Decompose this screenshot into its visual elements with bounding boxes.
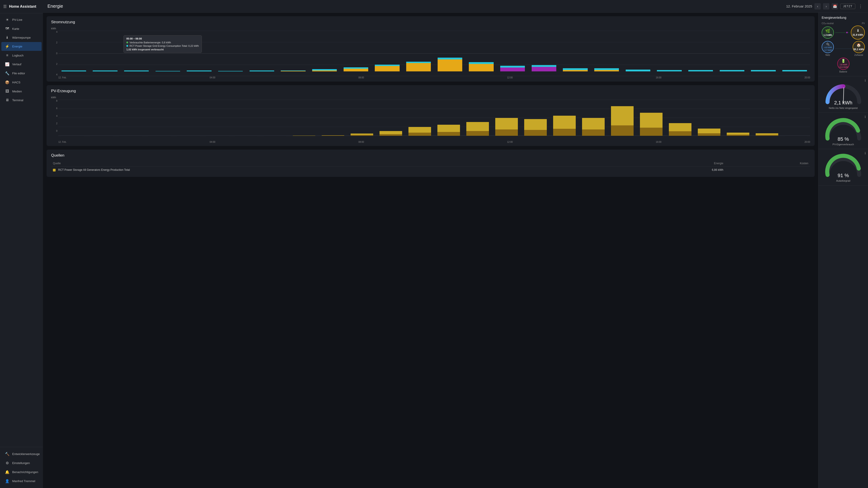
sidebar-item-medien[interactable]: 🖼 Medien [1, 87, 41, 96]
footer-label-3: Manfred Tremmel [12, 480, 35, 483]
jetzt-button[interactable]: JETZT [840, 4, 855, 9]
strom-teal-seg-0 [61, 70, 86, 71]
pv-label-top: PV [862, 22, 865, 25]
pv-light-seg-16 [524, 119, 547, 130]
netz-label: Netz [826, 54, 830, 56]
strom-orange-seg-13 [469, 64, 493, 71]
menu-icon[interactable]: ☰ [3, 4, 7, 9]
sidebar-item-verlauf[interactable]: 📈 Verlauf [1, 60, 41, 69]
main: Energie 12. Februar 2025 ‹ › 📅 JETZT ⋮ S… [43, 0, 868, 488]
footer-label-1: Einstellungen [12, 461, 30, 465]
pv-bar-group-6 [232, 100, 260, 136]
strom-bar-group-23 [779, 31, 810, 71]
sidebar-footer: 🔨 Entwicklerwerkzeuge⚙ Einstellungen🔔 Be… [0, 447, 43, 488]
eigenverbrauch-info-icon[interactable]: ℹ [865, 115, 866, 119]
footer-icon-2: 🔔 [5, 470, 9, 474]
pv-x-5: 20:00 [804, 141, 810, 143]
pv-bar-group-8 [290, 100, 318, 136]
pv-bar-group-11 [377, 100, 405, 136]
netz-node: 🔌 ↓4,8 kWh ↑2,7 kWh Netz [822, 41, 834, 56]
autarkiegrad-gauge-container: 91 % Autarkiegrad [822, 152, 865, 182]
strom-orange-seg-11 [406, 63, 431, 71]
sidebar-footer-item-3[interactable]: 👤 Manfred Tremmel [1, 477, 41, 486]
strom-teal-seg-13 [469, 62, 493, 64]
pv-light-seg-24 [756, 133, 778, 135]
sidebar-item-energie[interactable]: ⚡ Energie [1, 42, 41, 51]
sidebar-item-logbuch[interactable]: ≡ Logbuch [1, 51, 41, 60]
pv-light-seg-21 [669, 123, 692, 131]
pv-bar-group-17 [550, 100, 579, 136]
batterie-label: Batterie [839, 70, 847, 73]
sidebar-item-terminal[interactable]: 🖥 Terminal [1, 96, 41, 104]
source-color-1 [53, 169, 56, 171]
strom-x-1: 04:00 [210, 76, 215, 79]
pv-y-4: 4 [56, 115, 57, 117]
pv-empty-seg-5 [206, 135, 229, 136]
sidebar-item-wärmepumpe[interactable]: 🌡 Wärmepumpe [1, 33, 41, 42]
strom-bar-group-2 [121, 31, 152, 71]
strom-purple-seg-14 [500, 68, 525, 71]
strom-bar-group-15 [528, 31, 559, 71]
zuhause-circle: 🏠 30,1 kWh [852, 41, 865, 53]
pv-bar-group-24 [753, 100, 781, 136]
pv-dark-seg-19 [611, 125, 634, 136]
sidebar-item-hacs[interactable]: 📦 HACS [1, 78, 41, 87]
strom-bar-group-3 [152, 31, 183, 71]
autarkiegrad-gauge-panel: ℹ 91 % Autarkiegrad [818, 149, 868, 186]
zuhause-label: Zuhause [855, 54, 863, 56]
netz-gauge-info-icon[interactable]: ℹ [865, 78, 866, 82]
y-label-2-neg: 2 [56, 63, 57, 65]
strom-orange-seg-8 [312, 70, 337, 71]
sidebar-icon-5: 📈 [5, 62, 9, 66]
autarkiegrad-info-icon[interactable]: ℹ [865, 151, 866, 155]
sidebar-item-pv-live[interactable]: ☀ PV-Live [1, 15, 41, 24]
pv-bar-group-15 [492, 100, 521, 136]
calendar-button[interactable]: 📅 [832, 3, 838, 9]
pv-y-8: 8 [56, 100, 57, 102]
prev-date-button[interactable]: ‹ [814, 3, 821, 9]
sidebar-footer-item-1[interactable]: ⚙ Einstellungen [1, 459, 41, 467]
strom-bar-group-12 [434, 31, 465, 71]
pv-circle: ⬇ 31,9 kWh [851, 26, 865, 39]
topbar: Energie 12. Februar 2025 ‹ › 📅 JETZT ⋮ [43, 0, 868, 13]
strom-x-3: 12:00 [507, 76, 513, 79]
strom-orange-seg-7 [281, 71, 305, 71]
sidebar-label-1: Karte [12, 27, 19, 31]
next-date-button[interactable]: › [823, 3, 829, 9]
sidebar-label-9: Terminal [12, 98, 23, 102]
pv-value: 31,9 kWh [852, 33, 863, 36]
pv-dark-seg-14 [466, 131, 489, 136]
pv-bar-group-18 [579, 100, 608, 136]
pv-light-seg-13 [437, 125, 460, 132]
strom-teal-seg-6 [250, 70, 274, 71]
more-options-button[interactable]: ⋮ [858, 3, 864, 10]
sidebar-footer-item-2[interactable]: 🔔 Benachrichtigungen [1, 468, 41, 477]
strom-x-4: 16:00 [656, 76, 661, 79]
pv-bar-group-23 [724, 100, 752, 136]
table-row: RCT Power Storage All Generators Energy … [51, 166, 810, 173]
sidebar-item-file-editor[interactable]: 🔧 File editor [1, 69, 41, 78]
sidebar-footer-item-0[interactable]: 🔨 Entwicklerwerkzeuge [1, 450, 41, 458]
footer-icon-1: ⚙ [5, 461, 9, 465]
pv-empty-seg-7 [264, 135, 287, 136]
quellen-card: Quellen Quelle Energie Kosten [46, 150, 815, 177]
sidebar-label-3: Energie [12, 45, 22, 48]
netz-gauge-label: Netto ins Netz eingespeist [829, 107, 858, 109]
netz-gauge-panel: ℹ [818, 76, 868, 113]
footer-label-0: Entwicklerwerkzeuge [12, 452, 40, 456]
sidebar-item-karte[interactable]: 🗺 Karte [1, 24, 41, 33]
stromnutzung-card: Stromnutzung kWh 4 2 0 2 4 [46, 16, 815, 82]
pv-bar-group-4 [174, 100, 203, 136]
col-quelle: Quelle [51, 160, 619, 166]
sidebar-icon-9: 🖥 [5, 98, 9, 102]
energy-distribution-panel: Energieverteilung CO₂-neutral PV 🌿 1,3 k… [818, 13, 868, 76]
sidebar-label-6: File editor [12, 72, 25, 75]
batterie-value1: ↓10 kWh [839, 64, 847, 66]
pv-bar-group-14 [463, 100, 492, 136]
strom-bar-group-5 [215, 31, 246, 71]
pv-light-seg-20 [640, 113, 663, 128]
quellen-source-1: RCT Power Storage All Generators Energy … [51, 166, 619, 173]
strom-bar-group-7 [278, 31, 309, 71]
co2-node: 🌿 1,3 kWh [822, 26, 834, 39]
pv-unit: kWh [51, 96, 810, 99]
